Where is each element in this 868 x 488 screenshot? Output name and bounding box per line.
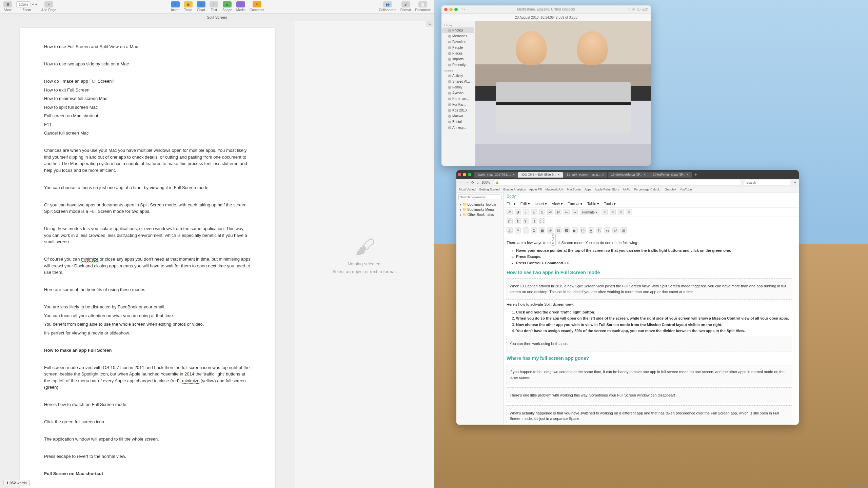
menu-insert[interactable]: Insert ▾: [535, 202, 547, 206]
forward-button[interactable]: →: [465, 181, 469, 184]
align-justify-icon[interactable]: ≡: [626, 209, 632, 215]
info-icon[interactable]: ⓘ: [637, 7, 640, 12]
bookmark-link[interactable]: MacSurfer: [567, 188, 581, 191]
bookmark-link[interactable]: Most Visited: [459, 188, 476, 191]
outdent-icon[interactable]: ⇤: [564, 209, 570, 215]
align-center-icon[interactable]: ≡: [610, 209, 616, 215]
bookmark-link[interactable]: Google Analytics: [503, 188, 526, 191]
bookmark-link[interactable]: YouTube: [680, 188, 692, 191]
sidebar-memories[interactable]: Memories: [442, 33, 474, 39]
bookmark-link[interactable]: AAPL: [623, 188, 631, 191]
bookmark-link[interactable]: Getting Started: [479, 188, 500, 191]
align-left-icon[interactable]: ≡: [601, 209, 608, 215]
bullets-icon[interactable]: •≡: [547, 209, 553, 215]
back-button[interactable]: ←: [459, 181, 462, 184]
insert-button[interactable]: ＋Insert: [171, 1, 180, 12]
numbers-icon[interactable]: 1≡: [555, 209, 561, 215]
anchor-icon[interactable]: ⚓: [507, 227, 513, 233]
minimize-icon[interactable]: [463, 173, 466, 176]
bookmark-folder[interactable]: ▸ 📁 Other Bookmarks: [458, 212, 501, 217]
heart-icon[interactable]: ♡: [627, 7, 630, 11]
code-icon[interactable]: { }: [580, 227, 586, 233]
sidebar-photos[interactable]: Photos: [442, 27, 474, 33]
pilcrow-icon[interactable]: ¶: [515, 218, 521, 224]
bookmarks-search[interactable]: [458, 195, 501, 200]
underline-icon[interactable]: U: [531, 209, 537, 215]
close-icon[interactable]: [444, 8, 448, 11]
firefox-window[interactable]: apple_imac_201705.jp...× IDG CMS – Edit …: [456, 170, 799, 425]
album-forkar[interactable]: For Kar...: [442, 102, 474, 107]
text-button[interactable]: TText: [210, 1, 218, 12]
link-icon[interactable]: 🔗: [547, 227, 553, 233]
search-input[interactable]: [744, 180, 791, 185]
table-icon[interactable]: ▦: [539, 227, 545, 233]
sidebar-activity[interactable]: Activity: [442, 73, 474, 79]
view-dropdown[interactable]: ☰View: [3, 1, 12, 12]
sidebar-recently[interactable]: Recently...: [442, 62, 474, 68]
album-ayesha[interactable]: Ayesha...: [442, 90, 474, 96]
reload-button[interactable]: ⟳: [471, 181, 474, 184]
home-button[interactable]: ⌂: [477, 181, 479, 184]
zoom-level[interactable]: 100%: [481, 181, 490, 184]
ltr-icon[interactable]: ¶›: [523, 218, 529, 224]
fullscreen-icon[interactable]: ⛶: [539, 218, 545, 224]
align-right-icon[interactable]: ≡: [618, 209, 624, 215]
format-button[interactable]: 🖌Format: [400, 1, 411, 12]
sup-icon[interactable]: x²: [612, 227, 618, 233]
word-count[interactable]: 1,052 words: [3, 480, 30, 486]
menu-file[interactable]: File ▾: [507, 202, 516, 206]
paste-icon[interactable]: 📋: [507, 218, 513, 224]
document-title-tab[interactable]: Split Screen: [0, 14, 434, 21]
formats-dropdown[interactable]: Formats ▾: [580, 209, 599, 215]
cms-content-area[interactable]: There are a few ways to exit Full Screen…: [504, 235, 799, 425]
menu-icon[interactable]: ≡: [794, 181, 796, 184]
menu-tools[interactable]: Tools ▾: [604, 202, 616, 206]
text-color-icon[interactable]: A: [588, 227, 594, 233]
fullscreen-icon[interactable]: [468, 173, 471, 176]
browser-tab[interactable]: IDG CMS – Edit Slide S...×: [518, 172, 563, 178]
bookmark-link[interactable]: Apple PR: [529, 188, 542, 191]
clear-format-icon[interactable]: Tₓ: [596, 227, 602, 233]
sidebar-shared-albums[interactable]: Shared Al...: [442, 79, 474, 84]
hr-icon[interactable]: —: [523, 227, 529, 233]
chart-button[interactable]: ▥Chart: [197, 1, 205, 12]
add-tab-button[interactable]: +: [427, 21, 433, 27]
quote-icon[interactable]: ❝: [515, 227, 521, 233]
minimize-icon[interactable]: [449, 8, 453, 11]
bookmark-link[interactable]: Percentage Calcul...: [634, 188, 662, 191]
bookmark-link[interactable]: Google+: [665, 188, 676, 191]
unlink-icon[interactable]: ⛓: [555, 227, 561, 233]
album-karen[interactable]: Karen an...: [442, 96, 474, 102]
add-page-button[interactable]: ＋Add Page: [41, 1, 56, 12]
close-tab-icon[interactable]: ×: [557, 173, 559, 177]
bookmark-link[interactable]: Apps: [585, 188, 592, 191]
cms-open-handle[interactable]: OPEN: [551, 233, 556, 246]
new-tab-button[interactable]: +: [694, 172, 697, 177]
source-icon[interactable]: ▤: [620, 227, 627, 233]
browser-tab[interactable]: 10-traffic-lights.jpg (JP...×: [649, 172, 692, 178]
sidebar-people[interactable]: People: [442, 45, 474, 50]
italic-icon[interactable]: I: [523, 209, 529, 215]
menu-edit[interactable]: Edit ▾: [520, 202, 530, 206]
fullscreen-icon[interactable]: [454, 8, 458, 11]
collaborate-button[interactable]: 👥Collaborate: [379, 1, 396, 12]
photo-viewer[interactable]: [475, 21, 651, 166]
shape-button[interactable]: ◆Shape: [222, 1, 232, 12]
document-button[interactable]: 📄Document: [415, 1, 431, 12]
bold-icon[interactable]: B: [515, 209, 521, 215]
menu-table[interactable]: Table ▾: [587, 202, 599, 206]
album-bristol[interactable]: Bristol: [442, 119, 474, 125]
bookmark-folder[interactable]: ▸ 📁 Bookmarks Toolbar: [458, 202, 501, 207]
rtl-icon[interactable]: ‹¶: [531, 218, 537, 224]
window-controls[interactable]: [458, 173, 471, 176]
close-tab-icon[interactable]: ×: [602, 173, 604, 177]
sidebar-places[interactable]: Places: [442, 50, 474, 56]
menu-format[interactable]: Format ▾: [568, 202, 583, 206]
zoom-control[interactable]: 125%−+ Zoom: [16, 1, 37, 12]
browser-tab[interactable]: 13-distinguish.jpg (JP...×: [608, 172, 649, 178]
table-button[interactable]: ▦Table: [184, 1, 193, 12]
rotate-icon[interactable]: ⟳: [632, 7, 635, 11]
close-tab-icon[interactable]: ×: [644, 173, 646, 177]
album-annecy[interactable]: Annecy...: [442, 125, 474, 130]
browser-tab[interactable]: 11_split_screen_mac.p...×: [563, 172, 607, 178]
